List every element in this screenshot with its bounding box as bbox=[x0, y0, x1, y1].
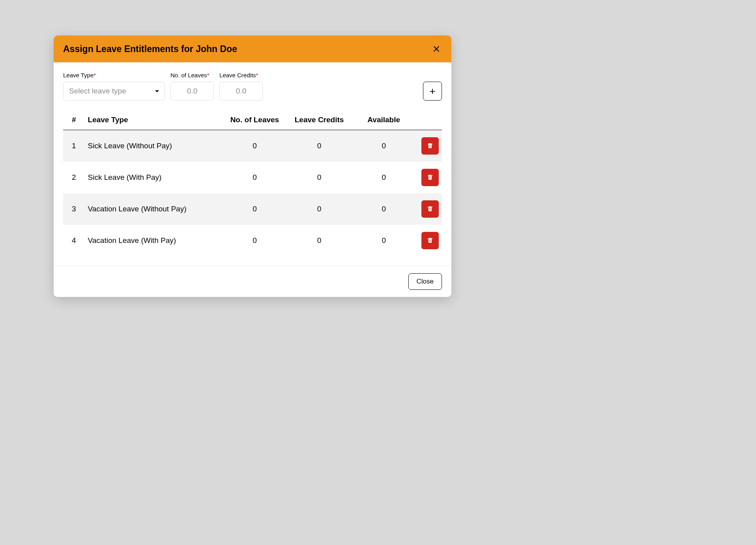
leave-type-label-text: Leave Type bbox=[63, 72, 94, 78]
trash-icon bbox=[427, 174, 434, 182]
close-button[interactable]: Close bbox=[408, 273, 442, 290]
leave-type-select-wrap: Select leave type bbox=[63, 82, 165, 101]
col-header-available: Available bbox=[352, 112, 416, 130]
add-row-button[interactable]: + bbox=[423, 82, 442, 101]
cell-leave-type: Vacation Leave (Without Pay) bbox=[85, 193, 223, 225]
leave-credits-label: Leave Credits* bbox=[219, 72, 263, 78]
assign-leave-modal: Assign Leave Entitlements for John Doe L… bbox=[54, 35, 451, 297]
close-icon-button[interactable] bbox=[431, 43, 442, 54]
leave-type-label: Leave Type* bbox=[63, 72, 165, 78]
leave-type-group: Leave Type* Select leave type bbox=[63, 72, 165, 101]
form-row: Leave Type* Select leave type No. of Lea… bbox=[63, 72, 442, 101]
cell-leave-credits: 0 bbox=[287, 225, 352, 256]
delete-row-button[interactable] bbox=[421, 169, 439, 186]
cell-available: 0 bbox=[352, 193, 416, 225]
required-mark: * bbox=[207, 72, 210, 78]
trash-icon bbox=[427, 142, 434, 150]
entitlements-table: # Leave Type No. of Leaves Leave Credits… bbox=[63, 112, 442, 256]
cell-available: 0 bbox=[352, 225, 416, 256]
col-header-index: # bbox=[63, 112, 85, 130]
trash-icon bbox=[427, 205, 434, 213]
cell-available: 0 bbox=[352, 130, 416, 162]
cell-no-of-leaves: 0 bbox=[223, 162, 287, 193]
close-icon bbox=[432, 45, 441, 53]
no-of-leaves-label-text: No. of Leaves bbox=[170, 72, 207, 78]
cell-action bbox=[416, 130, 442, 162]
cell-index: 4 bbox=[63, 225, 85, 256]
leave-credits-group: Leave Credits* bbox=[219, 72, 263, 101]
col-header-leave-type: Leave Type bbox=[85, 112, 223, 130]
plus-icon: + bbox=[429, 86, 435, 96]
cell-available: 0 bbox=[352, 162, 416, 193]
leave-credits-input[interactable] bbox=[219, 82, 263, 101]
modal-body: Leave Type* Select leave type No. of Lea… bbox=[54, 62, 451, 266]
col-header-no-of-leaves: No. of Leaves bbox=[223, 112, 287, 130]
cell-leave-type: Vacation Leave (With Pay) bbox=[85, 225, 223, 256]
cell-action bbox=[416, 225, 442, 256]
cell-index: 3 bbox=[63, 193, 85, 225]
delete-row-button[interactable] bbox=[421, 232, 439, 249]
cell-no-of-leaves: 0 bbox=[223, 225, 287, 256]
table-header-row: # Leave Type No. of Leaves Leave Credits… bbox=[63, 112, 442, 130]
table-row: 2Sick Leave (With Pay)000 bbox=[63, 162, 442, 193]
modal-footer: Close bbox=[54, 266, 451, 297]
trash-icon bbox=[427, 237, 434, 245]
cell-action bbox=[416, 162, 442, 193]
col-header-action bbox=[416, 112, 442, 130]
no-of-leaves-input[interactable] bbox=[170, 82, 214, 101]
cell-no-of-leaves: 0 bbox=[223, 193, 287, 225]
table-row: 1Sick Leave (Without Pay)000 bbox=[63, 130, 442, 162]
col-header-leave-credits: Leave Credits bbox=[287, 112, 352, 130]
leave-credits-label-text: Leave Credits bbox=[219, 72, 256, 78]
required-mark: * bbox=[256, 72, 258, 78]
cell-index: 1 bbox=[63, 130, 85, 162]
no-of-leaves-label: No. of Leaves* bbox=[170, 72, 214, 78]
modal-header: Assign Leave Entitlements for John Doe bbox=[54, 35, 451, 62]
cell-leave-credits: 0 bbox=[287, 162, 352, 193]
cell-no-of-leaves: 0 bbox=[223, 130, 287, 162]
delete-row-button[interactable] bbox=[421, 200, 439, 218]
no-of-leaves-group: No. of Leaves* bbox=[170, 72, 214, 101]
cell-leave-type: Sick Leave (Without Pay) bbox=[85, 130, 223, 162]
modal-title: Assign Leave Entitlements for John Doe bbox=[63, 44, 237, 54]
table-row: 4Vacation Leave (With Pay)000 bbox=[63, 225, 442, 256]
cell-action bbox=[416, 193, 442, 225]
leave-type-select[interactable]: Select leave type bbox=[63, 82, 165, 101]
cell-leave-credits: 0 bbox=[287, 193, 352, 225]
delete-row-button[interactable] bbox=[421, 137, 439, 155]
table-row: 3Vacation Leave (Without Pay)000 bbox=[63, 193, 442, 225]
cell-index: 2 bbox=[63, 162, 85, 193]
required-mark: * bbox=[94, 72, 96, 78]
cell-leave-credits: 0 bbox=[287, 130, 352, 162]
cell-leave-type: Sick Leave (With Pay) bbox=[85, 162, 223, 193]
